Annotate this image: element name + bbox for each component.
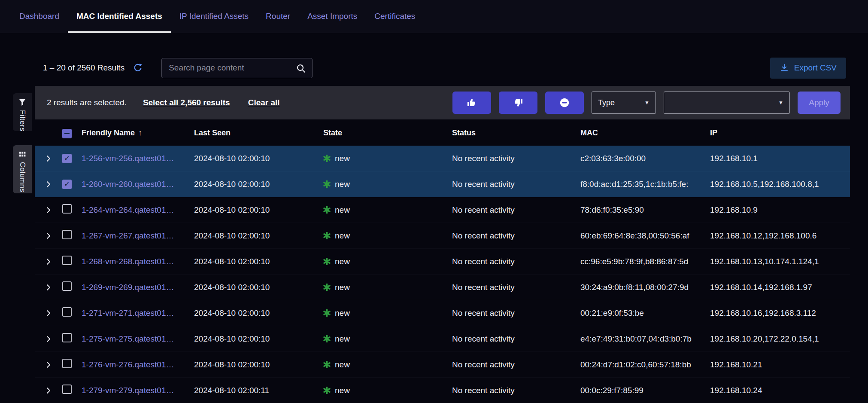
sidebar-tab-columns[interactable]: Columns (13, 145, 32, 193)
checkbox-cell (62, 333, 82, 345)
expand-chevron-icon[interactable] (46, 206, 51, 214)
table-row[interactable]: 1-269-vm-269.qatest01… 2024-08-10 02:00:… (35, 275, 850, 300)
table-row[interactable]: 1-256-vm-256.qatest01… 2024-08-10 02:00:… (35, 146, 850, 171)
column-header-friendly-name[interactable]: Friendly Name↑ (82, 128, 194, 137)
clear-all-link[interactable]: Clear all (248, 98, 280, 107)
row-checkbox[interactable] (62, 333, 72, 342)
value-dropdown[interactable]: ▼ (664, 92, 790, 114)
table-row[interactable]: 1-275-vm-275.qatest01… 2024-08-10 02:00:… (35, 326, 850, 352)
state-label: new (335, 308, 350, 318)
tab-dashboard[interactable]: Dashboard (11, 0, 68, 33)
table-row[interactable]: 1-276-vm-276.qatest01… 2024-08-10 02:00:… (35, 352, 850, 378)
table-row[interactable]: 1-267-vm-267.qatest01… 2024-08-10 02:00:… (35, 223, 850, 249)
row-checkbox[interactable] (62, 281, 72, 291)
table-row[interactable]: 1-279-vm-279.qatest01… 2024-08-10 02:00:… (35, 378, 850, 403)
ip-cell: 192.168.10.9 (710, 205, 850, 215)
state-cell: new (323, 257, 452, 266)
row-checkbox[interactable] (62, 154, 72, 163)
row-checkbox[interactable] (62, 359, 72, 368)
asset-name-link[interactable]: 1-264-vm-264.qatest01… (82, 205, 174, 214)
last-seen-cell: 2024-08-10 02:00:11 (194, 386, 323, 395)
checkbox-cell (62, 179, 82, 189)
row-checkbox[interactable] (62, 204, 72, 214)
mac-cell: c2:03:63:3e:00:00 (580, 154, 710, 163)
expand-cell (35, 258, 62, 266)
row-checkbox[interactable] (62, 256, 72, 265)
row-checkbox[interactable] (62, 385, 72, 394)
thumbs-down-button[interactable] (499, 92, 537, 114)
table-row[interactable]: 1-260-vm-260.qatest01… 2024-08-10 02:00:… (35, 171, 850, 197)
tab-ip-identified-assets[interactable]: IP Identified Assets (171, 0, 257, 33)
state-label: new (335, 257, 350, 266)
mac-cell: 30:24:a9:0b:f8:11,08:00:27:9d (580, 283, 710, 292)
asset-name-link[interactable]: 1-275-vm-275.qatest01… (82, 334, 174, 343)
apply-button[interactable]: Apply (798, 92, 841, 114)
state-new-icon (323, 284, 331, 291)
block-button[interactable] (545, 92, 584, 114)
asset-name-link[interactable]: 1-279-vm-279.qatest01… (82, 386, 174, 395)
header-checkbox-cell (62, 127, 82, 138)
search-icon[interactable] (296, 63, 306, 75)
ip-cell: 192.168.10.13,10.174.1.124,1 (710, 257, 850, 266)
column-header-state[interactable]: State (323, 128, 452, 137)
asset-name-link[interactable]: 1-260-vm-260.qatest01… (82, 180, 174, 189)
expand-chevron-icon[interactable] (46, 155, 51, 162)
expand-chevron-icon[interactable] (46, 309, 51, 317)
filter-funnel-icon (18, 98, 26, 106)
expand-chevron-icon[interactable] (46, 258, 51, 266)
tab-asset-imports[interactable]: Asset Imports (299, 0, 366, 33)
column-header-status[interactable]: Status (452, 128, 580, 137)
friendly-name-cell: 1-269-vm-269.qatest01… (82, 283, 194, 292)
table-row[interactable]: 1-271-vm-271.qatest01… 2024-08-10 02:00:… (35, 300, 850, 326)
status-cell: No recent activity (452, 283, 580, 292)
state-label: new (335, 180, 350, 189)
refresh-button[interactable] (131, 61, 144, 74)
row-checkbox[interactable] (62, 307, 72, 317)
type-dropdown[interactable]: Type ▼ (592, 92, 656, 114)
column-header-mac[interactable]: MAC (580, 128, 710, 137)
state-cell: new (323, 334, 452, 344)
expand-chevron-icon[interactable] (46, 335, 51, 343)
table-row[interactable]: 1-268-vm-268.qatest01… 2024-08-10 02:00:… (35, 249, 850, 275)
asset-name-link[interactable]: 1-276-vm-276.qatest01… (82, 360, 174, 369)
state-new-icon (323, 309, 331, 317)
select-all-checkbox[interactable] (62, 129, 72, 138)
select-all-link[interactable]: Select all 2,560 results (143, 98, 230, 107)
friendly-name-cell: 1-260-vm-260.qatest01… (82, 180, 194, 189)
asset-name-link[interactable]: 1-269-vm-269.qatest01… (82, 283, 174, 292)
expand-cell (35, 387, 62, 394)
sidebar-tab-filters[interactable]: Filters (13, 93, 32, 131)
export-csv-button[interactable]: Export CSV (770, 58, 846, 79)
column-header-last-seen[interactable]: Last Seen (194, 128, 323, 137)
mac-cell: 60:eb:69:64:8e:38,00:50:56:af (580, 231, 710, 241)
tab-certificates[interactable]: Certificates (366, 0, 424, 33)
top-nav: Dashboard MAC Identified Assets IP Ident… (0, 0, 868, 33)
status-cell: No recent activity (452, 334, 580, 344)
search-input[interactable] (162, 58, 312, 78)
table-row[interactable]: 1-264-vm-264.qatest01… 2024-08-10 02:00:… (35, 197, 850, 223)
expand-chevron-icon[interactable] (46, 284, 51, 291)
row-checkbox[interactable] (62, 230, 72, 239)
ip-cell: 192.168.10.24 (710, 386, 850, 395)
state-label: new (335, 154, 350, 163)
expand-cell (35, 284, 62, 291)
expand-cell (35, 361, 62, 369)
asset-name-link[interactable]: 1-271-vm-271.qatest01… (82, 308, 174, 318)
asset-name-link[interactable]: 1-256-vm-256.qatest01… (82, 154, 174, 163)
state-new-icon (323, 232, 331, 239)
mac-cell: e4:e7:49:31:b0:07,04:d3:b0:7b (580, 334, 710, 344)
expand-chevron-icon[interactable] (46, 232, 51, 240)
expand-chevron-icon[interactable] (46, 361, 51, 369)
tab-mac-identified-assets[interactable]: MAC Identified Assets (68, 0, 171, 33)
asset-name-link[interactable]: 1-267-vm-267.qatest01… (82, 231, 174, 240)
status-cell: No recent activity (452, 308, 580, 318)
row-checkbox[interactable] (62, 180, 72, 189)
ip-cell: 192.168.10.12,192.168.100.6 (710, 231, 850, 241)
tab-router[interactable]: Router (257, 0, 299, 33)
thumbs-up-button[interactable] (452, 92, 491, 114)
expand-chevron-icon[interactable] (46, 180, 51, 188)
expand-chevron-icon[interactable] (46, 387, 51, 394)
state-cell: new (323, 308, 452, 318)
asset-name-link[interactable]: 1-268-vm-268.qatest01… (82, 257, 174, 266)
column-header-ip[interactable]: IP (710, 128, 850, 137)
